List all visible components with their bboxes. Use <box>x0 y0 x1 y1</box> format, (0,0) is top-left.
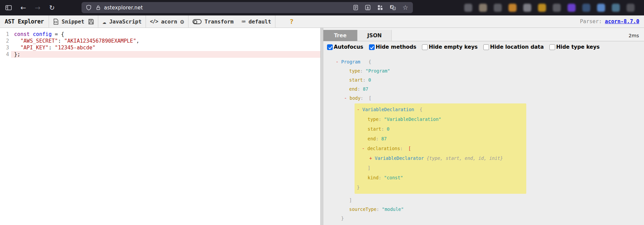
lock-icon[interactable] <box>96 5 101 10</box>
gear-icon[interactable]: ⚙ <box>180 18 184 25</box>
parser-info: Parser: acorn-8.7.0 <box>580 18 644 25</box>
token-minus: - <box>344 95 347 101</box>
token-preview: {type, start, end, id, init} <box>427 155 503 161</box>
editor-line[interactable]: 4}; <box>0 51 320 58</box>
token-key: start <box>349 77 363 83</box>
ast-node-line[interactable]: type: "VariableDeclaration" <box>355 115 526 124</box>
token-val: 0 <box>387 126 389 132</box>
ast-node-line[interactable]: - declarations: [ <box>355 144 526 153</box>
ast-node-line[interactable]: sourceType: "module" <box>323 205 644 214</box>
editor-line[interactable]: 2 "AWS_SECRET": "AKIA1234567890EXAMPLE", <box>0 38 320 44</box>
url-text[interactable]: astexplorer.net <box>104 5 143 11</box>
picture-in-picture-icon[interactable] <box>377 5 383 10</box>
ast-node-line[interactable]: end: 87 <box>323 85 644 94</box>
back-icon[interactable]: ← <box>20 4 26 11</box>
token-val: 87 <box>381 136 387 141</box>
ast-node-line[interactable]: - body: [ <box>323 94 644 103</box>
token-pun: : <box>381 126 387 132</box>
ast-node-line[interactable]: kind: "const" <box>355 173 526 183</box>
option-hide-empty-keys[interactable]: Hide empty keys <box>422 44 478 50</box>
parser-selector[interactable]: </> acorn ⚙ <box>146 18 188 25</box>
ast-tree: - Program {type: "Program"start: 0end: 8… <box>323 53 644 223</box>
browser-extension-icon[interactable] <box>553 4 561 12</box>
checkbox[interactable] <box>369 44 375 50</box>
save-icon[interactable] <box>88 19 98 25</box>
token-pun: : <box>360 68 366 74</box>
option-label: Hide empty keys <box>429 44 478 50</box>
tab-tree[interactable]: Tree <box>323 30 358 41</box>
pane-splitter[interactable] <box>320 28 323 225</box>
option-hide-type-keys[interactable]: Hide type keys <box>549 44 600 50</box>
token-key: body <box>350 95 361 101</box>
token-node: VariableDeclaration <box>362 107 414 112</box>
token-minus: - <box>336 59 338 64</box>
browser-extension-icon[interactable] <box>479 4 487 12</box>
token-val: 87 <box>363 86 368 92</box>
tree-options: AutofocusHide methodsHide empty keysHide… <box>323 41 644 53</box>
browser-extension-icon[interactable] <box>494 4 502 12</box>
download-icon[interactable] <box>365 5 371 10</box>
browser-extension-icon[interactable] <box>538 4 546 12</box>
token-val: 0 <box>368 77 371 83</box>
token-pun: { <box>414 107 422 112</box>
browser-extension-icon[interactable] <box>612 4 620 12</box>
token-key: sourceType <box>349 207 376 212</box>
checkbox[interactable] <box>422 44 428 50</box>
option-hide-methods[interactable]: Hide methods <box>369 44 416 50</box>
ast-node-line[interactable]: start: 0 <box>323 76 644 85</box>
editor-line[interactable]: 1const config = { <box>0 31 320 38</box>
reader-mode-icon[interactable] <box>353 5 358 10</box>
browser-extension-icon[interactable] <box>523 4 531 12</box>
option-hide-location-data[interactable]: Hide location data <box>483 44 544 50</box>
browser-extension-icon[interactable] <box>508 4 517 12</box>
ast-node-line[interactable]: } <box>355 183 526 192</box>
code-line-text: "AWS_SECRET": "AKIA1234567890EXAMPLE", <box>11 38 320 44</box>
token-minus: [ <box>408 146 411 151</box>
category-selector[interactable]: ☁ JavaScript <box>98 18 146 25</box>
help-button[interactable]: ? <box>289 17 293 26</box>
browser-extension-icon[interactable] <box>582 4 590 12</box>
browser-extension-icon[interactable] <box>464 4 472 12</box>
checkbox[interactable] <box>549 44 555 50</box>
token-key: type <box>368 117 379 122</box>
reload-icon[interactable]: ↻ <box>49 4 55 11</box>
app-title: AST Explorer <box>0 18 49 25</box>
checkbox[interactable] <box>483 44 489 50</box>
ast-node-line[interactable]: + VariableDeclarator {type, start, end, … <box>355 153 526 163</box>
browser-extension-icon[interactable] <box>568 4 576 12</box>
ast-node-line[interactable]: start: 0 <box>355 124 526 134</box>
shield-icon[interactable] <box>86 5 92 10</box>
snippet-button[interactable]: Snippet <box>49 18 88 25</box>
url-bar[interactable]: astexplorer.net <box>82 2 413 13</box>
extension-icons <box>464 4 635 12</box>
tab-json[interactable]: JSON <box>358 30 392 41</box>
token-key: start <box>368 126 381 132</box>
ast-node-line[interactable]: - VariableDeclaration { <box>355 105 526 115</box>
ast-node-line[interactable]: } <box>323 214 644 223</box>
ast-node-line[interactable]: - Program { <box>323 57 644 66</box>
svg-text:z: z <box>393 7 395 10</box>
transform-value: default <box>249 18 271 25</box>
browser-extension-icon[interactable] <box>597 4 605 12</box>
parser-version-link[interactable]: acorn-8.7.0 <box>605 18 639 25</box>
sidebar-toggle-icon[interactable] <box>5 5 12 10</box>
browser-chrome: ← → ↻ astexplorer.net <box>0 0 644 15</box>
browser-extension-icon[interactable] <box>627 4 635 12</box>
parser-label: acorn <box>161 18 177 25</box>
bookmark-star-icon[interactable]: ☆ <box>402 4 408 11</box>
ast-node-line[interactable]: type: "Program" <box>323 66 644 76</box>
ast-node-line[interactable]: ] <box>355 163 526 173</box>
ast-node-line[interactable]: end: 87 <box>355 134 526 144</box>
editor-line[interactable]: 3 "API_KEY": "12345-abcde" <box>0 44 320 51</box>
token-key: kind <box>368 175 379 180</box>
token-minus: - <box>357 107 360 112</box>
transform-toggle[interactable]: Transform <box>189 18 238 25</box>
checkbox[interactable] <box>327 44 333 50</box>
translate-icon[interactable]: A z <box>390 5 396 10</box>
code-editor[interactable]: 1const config = {2 "AWS_SECRET": "AKIA12… <box>0 28 320 225</box>
ast-node-line[interactable]: ] <box>323 196 644 205</box>
option-autofocus[interactable]: Autofocus <box>327 44 363 50</box>
token-pln <box>14 38 20 44</box>
option-label: Hide methods <box>376 44 416 50</box>
transform-selector[interactable]: ⌨ default <box>237 18 275 25</box>
